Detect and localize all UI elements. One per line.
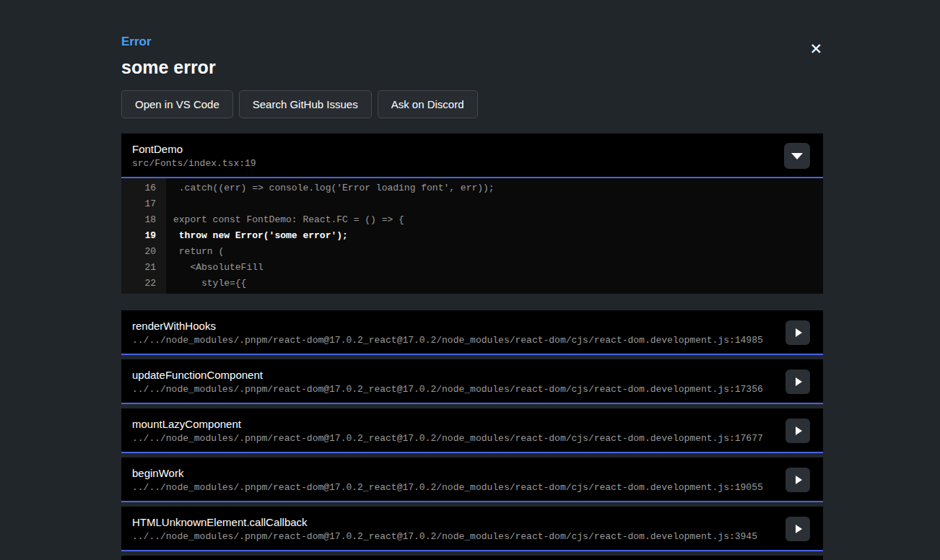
code-frame-location: src/Fonts/index.tsx:19: [132, 157, 811, 170]
stack-frame-location: ../../node_modules/.pnpm/react-dom@17.0.…: [132, 530, 780, 543]
action-buttons: Open in VS Code Search GitHub Issues Ask…: [121, 90, 823, 118]
error-type-label: Error: [121, 0, 823, 48]
open-vscode-button[interactable]: Open in VS Code: [121, 90, 233, 118]
stack-trace: renderWithHooks ../../node_modules/.pnpm…: [121, 310, 823, 560]
caret-down-icon: [791, 153, 803, 159]
stack-frame: updateFunctionComponent ../../node_modul…: [121, 359, 823, 404]
code-line: 18 export const FontDemo: React.FC = () …: [121, 211, 823, 227]
line-number: 16: [121, 183, 166, 193]
stack-frame-function: renderWithHooks: [132, 319, 780, 333]
stack-frame-location: ../../node_modules/.pnpm/react-dom@17.0.…: [132, 432, 780, 445]
code-text: throw new Error('some error');: [166, 230, 348, 241]
collapse-button[interactable]: [784, 143, 810, 169]
error-overlay: Error some error Open in VS Code Search …: [121, 0, 823, 560]
error-message: some error: [121, 58, 823, 77]
code-frame: FontDemo src/Fonts/index.tsx:19 16 .catc…: [121, 134, 823, 294]
ask-discord-button[interactable]: Ask on Discord: [378, 90, 478, 118]
stack-frame: renderWithHooks ../../node_modules/.pnpm…: [121, 310, 823, 355]
line-number: 17: [121, 198, 166, 209]
stack-frame: mountLazyComponent ../../node_modules/.p…: [121, 408, 823, 453]
code-text: <AbsoluteFill: [166, 262, 264, 273]
play-icon: [796, 476, 802, 484]
stack-frame-function: HTMLUnknownElement.callCallback: [132, 515, 780, 529]
code-text: .catch((err) => console.log('Error loadi…: [166, 183, 495, 193]
code-text: export const FontDemo: React.FC = () => …: [166, 214, 404, 225]
code-snippet: 16 .catch((err) => console.log('Error lo…: [121, 178, 823, 294]
code-line: 17: [121, 196, 823, 211]
code-line: 20 return (: [121, 243, 823, 259]
stack-frame-location: ../../node_modules/.pnpm/react-dom@17.0.…: [132, 383, 780, 395]
code-text: return (: [166, 246, 224, 257]
line-number: 18: [121, 214, 166, 225]
open-frame-button[interactable]: [785, 320, 810, 345]
stack-frame: [121, 556, 823, 560]
code-line: 21 <AbsoluteFill: [121, 259, 823, 275]
stack-frame-function: beginWork: [132, 466, 780, 480]
play-icon: [796, 328, 802, 337]
line-number: 21: [121, 262, 166, 273]
search-github-button[interactable]: Search GitHub Issues: [239, 90, 372, 118]
stack-frame: beginWork ../../node_modules/.pnpm/react…: [121, 458, 823, 502]
stack-frame-location: ../../node_modules/.pnpm/react-dom@17.0.…: [132, 481, 780, 494]
play-icon: [796, 426, 802, 435]
stack-frame-location: ../../node_modules/.pnpm/react-dom@17.0.…: [132, 334, 780, 346]
line-number: 20: [121, 246, 166, 257]
code-line: 22 style={{: [121, 275, 823, 291]
play-icon: [796, 377, 802, 386]
stack-frame-function: mountLazyComponent: [132, 417, 780, 431]
open-frame-button[interactable]: [785, 369, 810, 394]
stack-frame-function: updateFunctionComponent: [132, 368, 780, 382]
code-frame-function: FontDemo: [132, 142, 811, 156]
code-line: 16 .catch((err) => console.log('Error lo…: [121, 180, 823, 196]
code-text: style={{: [166, 278, 246, 289]
line-number: 19: [121, 230, 166, 241]
code-frame-header: FontDemo src/Fonts/index.tsx:19: [121, 134, 823, 178]
open-frame-button[interactable]: [785, 517, 810, 541]
code-line: 19 throw new Error('some error');: [121, 227, 823, 243]
line-number: 22: [121, 278, 166, 289]
open-frame-button[interactable]: [785, 419, 810, 443]
open-frame-button[interactable]: [785, 468, 810, 492]
stack-frame: HTMLUnknownElement.callCallback ../../no…: [121, 507, 823, 551]
play-icon: [796, 525, 802, 533]
